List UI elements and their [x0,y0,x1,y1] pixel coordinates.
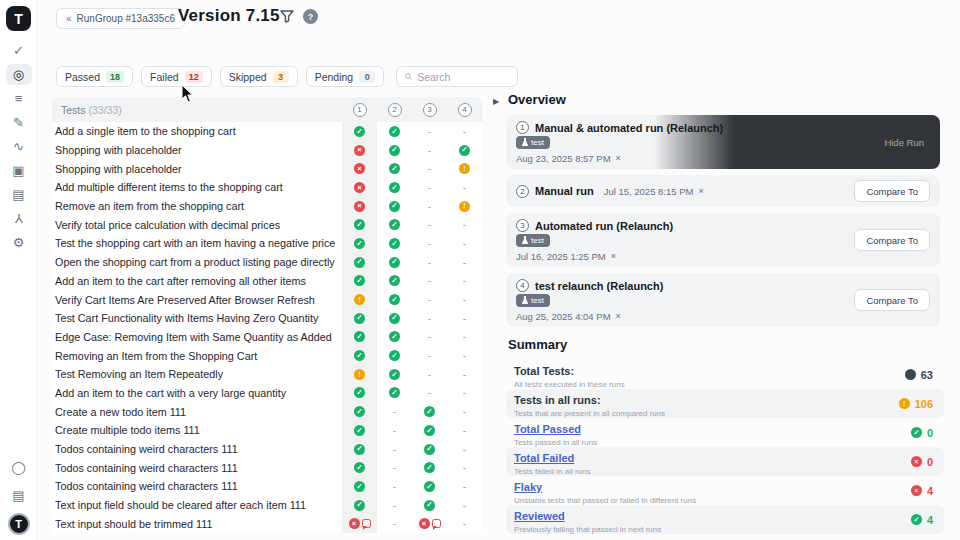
test-list-icon[interactable]: ≡ [6,88,32,109]
library-icon[interactable]: ▤ [6,485,32,506]
status-cell-run-1: ✓ [342,122,377,141]
table-row[interactable]: Add an item to the cart after removing a… [52,272,482,291]
status-cell-run-1: ✓ [342,253,377,272]
compare-to-button[interactable]: Compare To [854,180,930,202]
run-column-header-3[interactable]: 3 [412,103,447,117]
summary-row: ReviewedPreviously failing that passed i… [506,505,944,534]
table-row[interactable]: Create multiple todo items 111✓-✓- [52,421,482,440]
filter-funnel-icon[interactable] [279,10,295,26]
summary-row: Total Tests:All tests executed in these … [506,360,944,389]
status-passed-icon: ✓ [354,238,365,249]
status-circle-icon[interactable]: ◯ [6,457,32,478]
run-column-header-4[interactable]: 4 [447,103,482,117]
remove-run-icon[interactable]: × [698,186,703,196]
package-icon[interactable]: ▣ [6,160,32,181]
status-passed-icon: ✓ [354,500,365,511]
table-row[interactable]: Text input should be trimmed 111×-×- [52,514,482,533]
status-cell-run-4: ✓ [447,141,482,160]
test-tag: test [516,234,550,247]
summary-label[interactable]: Reviewed [514,510,565,522]
status-cell-run-3: - [412,159,447,178]
summary-label[interactable]: Flaky [514,481,542,493]
compare-to-button[interactable]: Compare To [854,289,930,311]
search-input[interactable] [417,71,509,83]
summary-row: Tests in all runs:Tests that are present… [506,389,944,418]
status-cell-run-3: - [412,178,447,197]
summary-description: Tests passed in all runs [514,438,597,447]
checks-icon[interactable]: ✓ [6,40,32,61]
run-card[interactable]: 4test relaunch (Relaunch)testAug 25, 202… [506,273,940,327]
table-row[interactable]: Test Removing an Item Repeatedly!✓-- [52,365,482,384]
table-row[interactable]: Todos containing weird characters 111✓-✓… [52,458,482,477]
test-name: Shopping with placeholder [52,144,342,156]
branch-icon[interactable]: Y [6,208,32,229]
summary-count-value: 106 [915,398,933,410]
remove-run-icon[interactable]: × [616,153,621,163]
status-skipped-icon: ! [354,369,365,380]
table-row[interactable]: Shopping with placeholder×✓-✓ [52,141,482,160]
table-row[interactable]: Create a new todo item 111✓-✓- [52,402,482,421]
comment-flag-icon[interactable] [432,519,441,528]
table-row[interactable]: Edge Case: Removing Item with Same Quant… [52,328,482,347]
status-passed-icon: ✓ [354,406,365,417]
app-logo[interactable]: T [6,6,31,31]
status-passed-icon: ✓ [354,481,365,492]
analytics-icon[interactable]: ∿ [6,136,32,157]
compose-icon[interactable]: ✎ [6,112,32,133]
filter-chip-pending[interactable]: Pending0 [306,66,385,87]
status-cell-run-2: - [377,477,412,496]
run-number-badge: 1 [516,121,529,134]
docs-icon[interactable]: ▤ [6,184,32,205]
compare-to-button[interactable]: Compare To [854,229,930,251]
table-row[interactable]: Test Cart Functionality with Items Havin… [52,309,482,328]
table-row[interactable]: Todos containing weird characters 111✓-✓… [52,440,482,459]
status-cell-run-1: × [342,514,377,533]
table-row[interactable]: Verify total price calculation with deci… [52,215,482,234]
status-passed-icon: ✓ [424,444,435,455]
status-cell-run-1: ✓ [342,328,377,347]
remove-run-icon[interactable]: × [616,311,621,321]
table-row[interactable]: Add an item to the cart with a very larg… [52,384,482,403]
hide-run-label[interactable]: Hide Run [884,137,924,148]
status-cell-run-3: ✓ [412,440,447,459]
remove-run-icon[interactable]: × [611,251,616,261]
status-passed-icon: ✓ [389,257,400,268]
filter-chip-failed[interactable]: Failed12 [141,66,212,87]
back-to-rungroup-button[interactable]: « RunGroup #13a335c6 [56,8,185,29]
collapse-panel-icon[interactable]: ▶ [493,97,499,106]
table-row[interactable]: Removing an Item from the Shopping Cart✓… [52,346,482,365]
run-column-header-2[interactable]: 2 [377,103,412,117]
table-row[interactable]: Todos containing weird characters 111✓-✓… [52,477,482,496]
table-row[interactable]: Add multiple different items to the shop… [52,178,482,197]
runs-icon[interactable]: ◎ [6,64,32,85]
status-passed-icon: ✓ [354,444,365,455]
summary-label[interactable]: Total Failed [514,452,574,464]
test-name: Remove an item from the shopping cart [52,200,342,212]
help-icon[interactable]: ? [303,9,318,24]
summary-label[interactable]: Total Passed [514,423,581,435]
table-row[interactable]: Text input field should be cleared after… [52,496,482,515]
status-passed-icon: ✓ [354,275,365,286]
summary-green-dot-icon: ✓ [911,514,922,525]
status-cell-run-4: - [447,477,482,496]
run-card[interactable]: 3Automated run (Relaunch)testJul 16, 202… [506,213,940,267]
status-cell-run-4: ! [447,197,482,216]
run-column-header-1[interactable]: 1 [342,103,377,117]
settings-icon[interactable]: ⚙ [6,232,32,253]
run-hover-overlay: Hide Run [654,115,940,169]
run-card[interactable]: 2Manual runJul 15, 2025 8:15 PM×Compare … [506,175,940,207]
comment-flag-icon[interactable] [362,519,371,528]
table-row[interactable]: Verify Cart Items Are Preserved After Br… [52,290,482,309]
summary-row-text: Total PassedTests passed in all runs [514,419,597,447]
run-card[interactable]: 1Manual & automated run (Relaunch)testAu… [506,115,940,169]
user-avatar[interactable]: T [8,513,30,535]
table-row[interactable]: Remove an item from the shopping cart×✓-… [52,197,482,216]
filter-chip-passed[interactable]: Passed18 [56,66,133,87]
table-row[interactable]: Open the shopping cart from a product li… [52,253,482,272]
table-row[interactable]: Shopping with placeholder×✓-! [52,159,482,178]
status-cell-run-1: ✓ [342,477,377,496]
summary-description: Unstable tests that passed or failed in … [514,496,696,505]
filter-chip-skipped[interactable]: Skipped3 [220,66,298,87]
table-row[interactable]: Add a single item to the shopping cart✓✓… [52,122,482,141]
table-row[interactable]: Test the shopping cart with an item havi… [52,234,482,253]
